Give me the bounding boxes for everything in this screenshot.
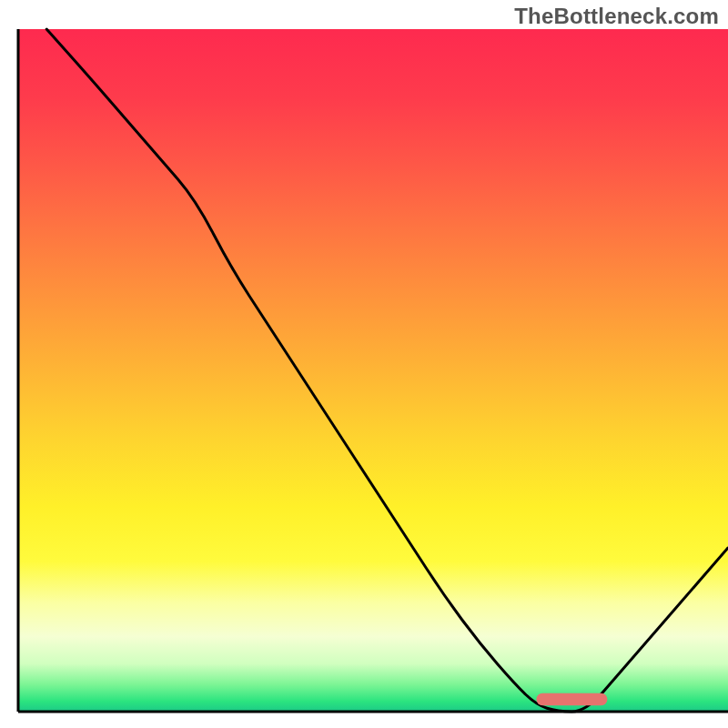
optimal-range-marker (536, 693, 607, 706)
bottleneck-chart (0, 0, 728, 728)
chart-container: { "watermark": "TheBottleneck.com", "cha… (0, 0, 728, 728)
plot-background (18, 29, 728, 712)
